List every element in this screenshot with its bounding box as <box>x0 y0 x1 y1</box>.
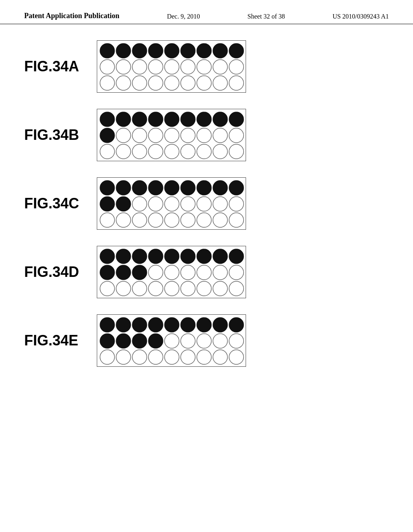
svg-point-15 <box>197 60 211 74</box>
svg-point-130 <box>165 350 179 364</box>
svg-point-107 <box>229 281 244 296</box>
svg-point-43 <box>213 128 227 143</box>
svg-point-38 <box>132 128 147 143</box>
svg-point-91 <box>116 265 131 280</box>
fig-label-fig34d: FIG.34D <box>24 264 97 281</box>
svg-point-44 <box>229 128 244 143</box>
svg-point-127 <box>116 350 131 364</box>
svg-point-115 <box>213 318 227 332</box>
svg-point-57 <box>148 181 163 195</box>
diagram-fig34a <box>97 40 246 93</box>
svg-point-7 <box>213 44 227 58</box>
svg-point-20 <box>132 76 147 90</box>
svg-point-17 <box>229 60 244 74</box>
svg-point-60 <box>197 181 211 195</box>
svg-point-41 <box>181 128 195 143</box>
figure-row-fig34a: FIG.34A <box>24 40 389 93</box>
svg-point-74 <box>132 213 147 227</box>
svg-point-95 <box>181 265 195 280</box>
svg-point-66 <box>148 197 163 211</box>
svg-point-5 <box>181 44 195 58</box>
svg-point-109 <box>116 318 131 332</box>
svg-point-111 <box>148 318 163 332</box>
svg-point-116 <box>229 318 244 332</box>
fig-label-fig34c: FIG.34C <box>24 195 97 212</box>
svg-point-69 <box>197 197 211 211</box>
svg-point-23 <box>181 76 195 90</box>
svg-point-12 <box>148 60 163 74</box>
svg-point-51 <box>197 144 211 159</box>
svg-point-14 <box>181 60 195 74</box>
svg-point-92 <box>132 265 147 280</box>
svg-point-62 <box>229 181 244 195</box>
svg-point-37 <box>116 128 131 143</box>
svg-point-36 <box>100 128 115 143</box>
svg-point-46 <box>116 144 131 159</box>
svg-point-9 <box>100 60 115 74</box>
svg-point-24 <box>197 76 211 90</box>
svg-point-8 <box>229 44 244 58</box>
svg-point-90 <box>100 265 115 280</box>
svg-point-133 <box>213 350 227 364</box>
svg-point-104 <box>181 281 195 296</box>
svg-point-61 <box>213 181 227 195</box>
svg-point-71 <box>229 197 244 211</box>
page-header: Patent Application Publication Dec. 9, 2… <box>0 0 413 24</box>
svg-point-2 <box>132 44 147 58</box>
svg-point-70 <box>213 197 227 211</box>
diagram-fig34c <box>97 177 246 230</box>
svg-point-72 <box>100 213 115 227</box>
diagram-fig34d <box>97 246 246 298</box>
diagram-fig34e <box>97 314 246 367</box>
svg-point-79 <box>213 213 227 227</box>
svg-point-122 <box>181 334 195 348</box>
svg-point-28 <box>116 112 131 127</box>
svg-point-125 <box>229 334 244 348</box>
fig-label-fig34b: FIG.34B <box>24 127 97 143</box>
svg-point-88 <box>213 249 227 264</box>
svg-point-25 <box>213 76 227 90</box>
svg-point-112 <box>165 318 179 332</box>
publication-date: Dec. 9, 2010 <box>167 11 200 20</box>
svg-point-108 <box>100 318 115 332</box>
svg-point-82 <box>116 249 131 264</box>
svg-point-129 <box>148 350 163 364</box>
figure-row-fig34e: FIG.34E <box>24 314 389 367</box>
figure-row-fig34b: FIG.34B <box>24 109 389 161</box>
svg-point-78 <box>197 213 211 227</box>
fig-label-fig34e: FIG.34E <box>24 332 97 349</box>
svg-point-98 <box>229 265 244 280</box>
svg-point-106 <box>213 281 227 296</box>
svg-point-63 <box>100 197 115 211</box>
figure-row-fig34d: FIG.34D <box>24 246 389 298</box>
svg-point-10 <box>116 60 131 74</box>
svg-point-50 <box>181 144 195 159</box>
svg-point-110 <box>132 318 147 332</box>
svg-point-124 <box>213 334 227 348</box>
svg-point-45 <box>100 144 115 159</box>
svg-point-93 <box>148 265 163 280</box>
svg-point-113 <box>181 318 195 332</box>
svg-point-49 <box>165 144 179 159</box>
svg-point-132 <box>197 350 211 364</box>
svg-point-94 <box>165 265 179 280</box>
svg-point-73 <box>116 213 131 227</box>
svg-point-19 <box>116 76 131 90</box>
svg-point-53 <box>229 144 244 159</box>
svg-point-131 <box>181 350 195 364</box>
svg-point-31 <box>165 112 179 127</box>
svg-point-27 <box>100 112 115 127</box>
svg-point-102 <box>148 281 163 296</box>
svg-point-1 <box>116 44 131 58</box>
svg-point-123 <box>197 334 211 348</box>
svg-point-40 <box>165 128 179 143</box>
svg-point-96 <box>197 265 211 280</box>
svg-point-68 <box>181 197 195 211</box>
svg-point-121 <box>165 334 179 348</box>
svg-point-114 <box>197 318 211 332</box>
svg-point-89 <box>229 249 244 264</box>
figure-row-fig34c: FIG.34C <box>24 177 389 230</box>
svg-point-97 <box>213 265 227 280</box>
svg-point-16 <box>213 60 227 74</box>
sheet-info: Sheet 32 of 38 <box>248 11 285 20</box>
